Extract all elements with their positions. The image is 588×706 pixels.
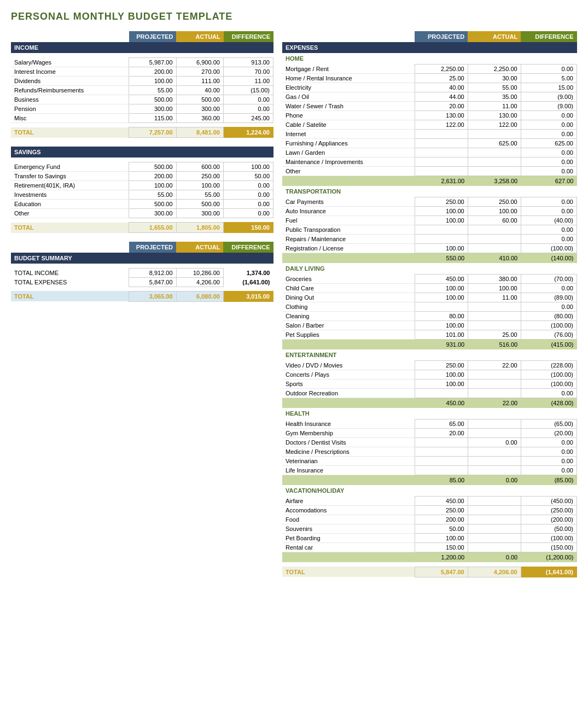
subtotal-row: 450.00 22.00 (428.00) xyxy=(282,398,577,409)
table-row: Interest Income 200.00 270.00 70.00 xyxy=(11,67,273,77)
subtotal-row: 550.00 410.00 (140.00) xyxy=(282,253,577,264)
table-row: Medicine / Prescriptions 0.00 xyxy=(282,447,577,457)
table-row: Other 0.00 xyxy=(282,167,577,176)
summary-difference-header: DIFFERENCE xyxy=(223,242,273,253)
category-header-row: HEALTH xyxy=(282,408,577,419)
table-row: Sports 100.00 (100.00) xyxy=(282,380,577,389)
table-row: Dining Out 100.00 11.00 (89.00) xyxy=(282,293,577,302)
summary-label-header xyxy=(11,242,129,253)
expenses-table: PROJECTED ACTUAL DIFFERENCE EXPENSES HOM… xyxy=(282,31,577,577)
summary-data-row: TOTAL INCOME 8,912.00 10,286.00 1,374.00 xyxy=(11,268,273,277)
table-row: Refunds/Reimbursements 55.00 40.00 (15.0… xyxy=(11,86,273,95)
table-row: Doctors / Dentist Visits 0.00 0.00 xyxy=(282,438,577,447)
table-row: Pension 300.00 300.00 0.00 xyxy=(11,104,273,114)
table-row: Home / Rental Insurance 25.00 30.00 5.00 xyxy=(282,74,577,83)
table-row: Clothing 0.00 xyxy=(282,302,577,312)
table-row: Video / DVD / Movies 250.00 22.00 (228.0… xyxy=(282,361,577,370)
table-row: Water / Sewer / Trash 20.00 11.00 (9.00) xyxy=(282,102,577,111)
table-row: Rental car 150.00 (150.00) xyxy=(282,543,577,552)
table-row: Cleaning 80.00 (80.00) xyxy=(282,312,577,321)
table-row: Life Insurance 0.00 xyxy=(282,466,577,475)
table-row: Veterinarian 0.00 xyxy=(282,457,577,466)
table-row: Public Transporation 0.00 xyxy=(282,225,577,235)
category-header-row: HOME xyxy=(282,53,577,65)
table-row: Concerts / Plays 100.00 (100.00) xyxy=(282,370,577,380)
income-rows-table: Salary/Wages 5,987.00 6,900.00 913.00 In… xyxy=(11,57,273,138)
total-row: TOTAL 1,655.00 1,805.00 150.00 xyxy=(11,223,273,233)
category-header-row: DAILY LIVING xyxy=(282,263,577,275)
subtotal-row: 2,631.00 3,258.00 627.00 xyxy=(282,176,577,186)
table-row: Phone 130.00 130.00 0.00 xyxy=(282,111,577,120)
expenses-total-row: TOTAL 5,847.00 4,206.00 (1,641.00) xyxy=(282,567,577,577)
category-header-row: ENTERTAINMENT xyxy=(282,349,577,361)
savings-table: SAVINGS xyxy=(11,147,273,162)
income-actual-header: ACTUAL xyxy=(176,31,223,42)
budget-summary-table: PROJECTED ACTUAL DIFFERENCE BUDGET SUMMA… xyxy=(11,242,273,302)
summary-data-row: TOTAL EXPENSES 5,847.00 4,206.00 (1,641.… xyxy=(11,277,273,287)
summary-total-row: TOTAL 3,065.00 6,080.00 3,015.00 xyxy=(11,291,273,301)
category-header-row: TRANSPORTATION xyxy=(282,186,577,197)
table-row: Car Payments 250.00 250.00 0.00 xyxy=(282,197,577,207)
table-row: Internet 0.00 xyxy=(282,130,577,139)
table-row: Accomodations 250.00 (250.00) xyxy=(282,506,577,515)
table-row: Pet Supplies 101.00 25.00 (76.00) xyxy=(282,330,577,340)
table-row: Souvenirs 50.00 (50.00) xyxy=(282,524,577,534)
table-row: Electricity 40.00 55.00 15.00 xyxy=(282,83,577,92)
table-row: Maintenance / Improvements 0.00 xyxy=(282,157,577,167)
budget-summary-section-header: BUDGET SUMMARY xyxy=(11,253,273,264)
table-row: Salon / Barber 100.00 (100.00) xyxy=(282,321,577,330)
table-row: Retirement(401K, IRA) 100.00 100.00 0.00 xyxy=(11,181,273,190)
table-row: Gym Membership 20.00 (20.00) xyxy=(282,429,577,438)
summary-actual-header: ACTUAL xyxy=(176,242,223,253)
income-section-header: INCOME xyxy=(11,42,273,53)
table-row: Salary/Wages 5,987.00 6,900.00 913.00 xyxy=(11,58,273,67)
subtotal-row: 1,200.00 0.00 (1,200.00) xyxy=(282,552,577,563)
table-row: Misc 115.00 360.00 245.00 xyxy=(11,114,273,123)
table-row: Transfer to Savings 200.00 250.00 50.00 xyxy=(11,172,273,181)
right-panel: PROJECTED ACTUAL DIFFERENCE EXPENSES HOM… xyxy=(282,31,577,577)
income-difference-header: DIFFERENCE xyxy=(224,31,273,42)
table-row: Health Insurance 65.00 (65.00) xyxy=(282,419,577,429)
table-row: Food 200.00 (200.00) xyxy=(282,515,577,524)
table-row: Gas / Oil 44.00 35.00 (9.00) xyxy=(282,92,577,102)
savings-rows-table: Emergency Fund 500.00 600.00 100.00 Tran… xyxy=(11,162,273,233)
table-row: Repairs / Maintenance 0.00 xyxy=(282,235,577,244)
table-row: Fuel 100.00 60.00 (40.00) xyxy=(282,216,577,225)
table-row: Child Care 100.00 100.00 0.00 xyxy=(282,284,577,293)
category-header-row: VACATION/HOLIDAY xyxy=(282,485,577,497)
table-row: Dividends 100.00 111.00 11.00 xyxy=(11,77,273,86)
subtotal-row: 931.00 516.00 (415.00) xyxy=(282,340,577,350)
left-panel: PROJECTED ACTUAL DIFFERENCE INCOME Salar… xyxy=(11,31,273,302)
table-row: Airfare 450.00 (450.00) xyxy=(282,497,577,506)
table-row: Investments 55.00 55.00 0.00 xyxy=(11,190,273,200)
table-row: Emergency Fund 500.00 600.00 100.00 xyxy=(11,162,273,172)
exp-actual-header: ACTUAL xyxy=(468,31,521,42)
table-row: Outdoor Recreation 0.00 xyxy=(282,389,577,398)
exp-label-header xyxy=(282,31,415,42)
exp-difference-header: DIFFERENCE xyxy=(521,31,577,42)
table-row: Business 500.00 500.00 0.00 xyxy=(11,95,273,104)
total-row: TOTAL 7,257.00 8,481.00 1,224.00 xyxy=(11,127,273,138)
exp-projected-header: PROJECTED xyxy=(415,31,468,42)
income-projected-header: PROJECTED xyxy=(129,31,176,42)
table-row: Cable / Satelite 122.00 122.00 0.00 xyxy=(282,120,577,130)
table-row: Registration / License 100.00 (100.00) xyxy=(282,244,577,253)
table-row: Groceries 450.00 380.00 (70.00) xyxy=(282,275,577,284)
table-row: Mortgage / Rent 2,250.00 2,250.00 0.00 xyxy=(282,65,577,74)
summary-projected-header: PROJECTED xyxy=(129,242,176,253)
table-row: Furnishing / Appliances 625.00 625.00 xyxy=(282,139,577,148)
income-table: PROJECTED ACTUAL DIFFERENCE INCOME xyxy=(11,31,273,57)
table-row: Other 300.00 300.00 0.00 xyxy=(11,209,273,218)
subtotal-row: 85.00 0.00 (85.00) xyxy=(282,475,577,486)
page-title: PERSONAL MONTHLY BUDGET TEMPLATE xyxy=(11,11,577,22)
table-row: Pet Boarding 100.00 (100.00) xyxy=(282,534,577,543)
income-label-header xyxy=(11,31,129,42)
expenses-section-header: EXPENSES xyxy=(282,42,577,53)
savings-section-header: SAVINGS xyxy=(11,147,273,157)
table-row: Lawn / Garden 0.00 xyxy=(282,148,577,157)
table-row: Auto Insurance 100.00 100.00 0.00 xyxy=(282,207,577,216)
table-row: Education 500.00 500.00 0.00 xyxy=(11,200,273,209)
